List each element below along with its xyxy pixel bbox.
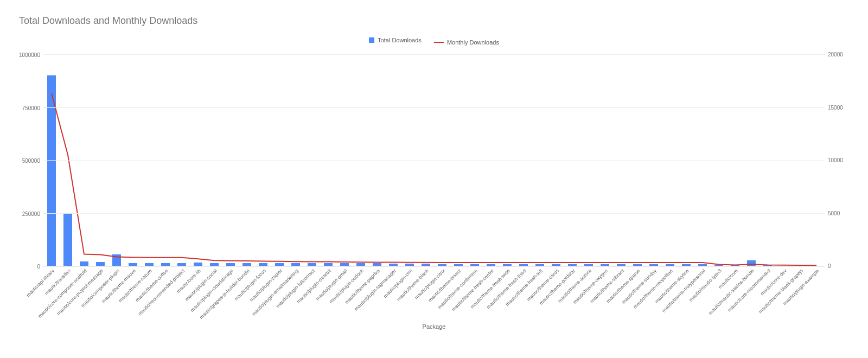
legend-item-monthly: Monthly Downloads: [434, 39, 499, 46]
y-right-tick: 20000: [828, 52, 843, 57]
bar[interactable]: [112, 254, 122, 266]
legend-label-monthly: Monthly Downloads: [447, 39, 499, 46]
y-right-tick: 5000: [828, 210, 840, 216]
chart-legend: Total Downloads Monthly Downloads: [0, 37, 868, 46]
x-tick-label: mautic/plugin-crm: [382, 268, 413, 299]
bar[interactable]: [47, 75, 56, 266]
y-left-tick: 250000: [22, 210, 40, 216]
chart-title: Total Downloads and Monthly Downloads: [19, 15, 197, 27]
bar[interactable]: [63, 213, 73, 266]
chart-container: Total Downloads and Monthly Downloads To…: [0, 0, 868, 358]
y-left-tick: 0: [37, 264, 40, 270]
y-left-tick: 500000: [22, 158, 40, 164]
y-right-tick: 10000: [828, 157, 843, 163]
bar[interactable]: [80, 261, 89, 266]
y-right-tick: 15000: [828, 104, 843, 110]
y-right-tick: 0: [828, 263, 831, 269]
x-axis-title: Package: [0, 323, 868, 330]
legend-label-total: Total Downloads: [378, 37, 422, 43]
plot-area: 0250000500000750000100000005000100001500…: [43, 54, 825, 266]
x-axis-labels: mautic/api-librarymautic/transifexmautic…: [43, 266, 825, 331]
legend-swatch-line-icon: [434, 42, 444, 43]
x-tick-label: mautic/plugin-citrix: [413, 268, 446, 301]
x-tick-label: mautic/api-library: [25, 268, 56, 298]
legend-swatch-bar-icon: [369, 37, 374, 43]
y-left-tick: 1000000: [19, 52, 40, 58]
y-left-tick: 750000: [22, 105, 40, 111]
bar[interactable]: [747, 260, 756, 266]
legend-item-total: Total Downloads: [369, 37, 422, 43]
bar[interactable]: [96, 262, 105, 266]
